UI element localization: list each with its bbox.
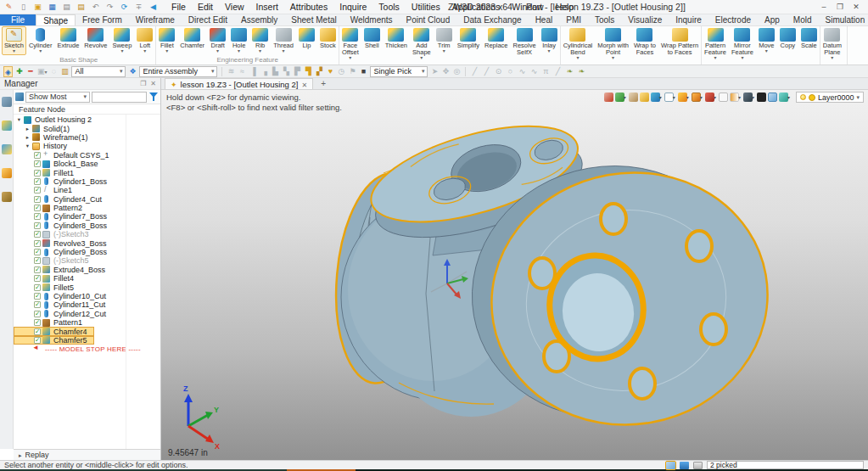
plot-icon[interactable]: ▤ [76, 2, 87, 13]
output-panel-icon[interactable] [693, 462, 703, 469]
tree-item[interactable]: Fillet4 [14, 274, 160, 283]
tree-caret-icon[interactable]: ▾ [16, 116, 22, 123]
ribbon-tab[interactable]: Direct Edit [182, 14, 234, 25]
scope-combo[interactable]: Entire Assembly [139, 66, 217, 77]
tree-item[interactable]: Block1_Base [14, 160, 160, 168]
tree-caret-icon[interactable]: ▸ [25, 134, 31, 141]
pick-move-icon[interactable]: ✥ [441, 66, 450, 77]
tree-expand-toggle-icon[interactable] [15, 93, 24, 101]
tree-checkbox[interactable] [34, 266, 41, 273]
wrap-to-faces-button[interactable]: Wrap to Faces [631, 26, 658, 62]
panel-close-icon[interactable] [150, 80, 156, 87]
move-button[interactable]: Move ▾ [756, 26, 777, 55]
menu-item[interactable]: File [165, 2, 192, 12]
tree-item[interactable]: ----- MODEL STOP HERE ----- [14, 345, 160, 353]
inlay-button[interactable]: Inlay ▾ [539, 26, 560, 55]
ribbon-tab[interactable]: Free Form [76, 14, 129, 25]
history-clock-icon[interactable]: ◷ [337, 66, 345, 77]
spline-tool-icon[interactable]: ∿ [518, 66, 526, 77]
replay-bar[interactable]: Replay [14, 449, 160, 460]
tree-item[interactable]: Cylinder11_Cut [14, 300, 160, 309]
tree-checkbox[interactable] [34, 275, 41, 282]
new-tab-button[interactable] [316, 79, 330, 88]
tree-item[interactable]: Cylinder7_Boss [14, 212, 160, 221]
regen-icon[interactable]: ⟳ [119, 2, 130, 13]
ribbon-tab[interactable]: Point Cloud [400, 14, 457, 25]
tree-item[interactable]: Cylinder9_Boss [14, 248, 160, 256]
tab-close-icon[interactable] [301, 80, 307, 89]
draft-button[interactable]: Draft ▾ [207, 26, 228, 55]
tree-checkbox[interactable] [34, 240, 41, 247]
tree-item[interactable]: ▸ Solid(1) [14, 124, 160, 132]
resolve-selfx-button[interactable]: Resolve SelfX [511, 26, 539, 62]
morph-with-point-button[interactable]: Morph with Point ▾ [595, 26, 631, 62]
window-restore-button[interactable] [835, 3, 845, 11]
layer-selector[interactable]: Layer0000 [796, 92, 864, 103]
shell-button[interactable]: Shell [361, 26, 383, 55]
tree-checkbox[interactable] [34, 170, 41, 177]
tree-item[interactable]: Cylinder1_Boss [14, 177, 160, 186]
menu-item[interactable]: Tools [372, 2, 406, 12]
tree-checkbox[interactable] [34, 311, 41, 317]
show-filter-dropdown[interactable]: Show Most [25, 92, 90, 103]
fillet-button[interactable]: Fillet ▾ [156, 26, 177, 55]
scope-icon[interactable]: ❖ [128, 66, 137, 77]
model-canvas[interactable]: Hold down <F2> for dynamic viewing. <F8>… [161, 90, 868, 460]
leaf-a-icon[interactable]: ❧ [565, 66, 574, 77]
extrude-button[interactable]: Extrude [54, 26, 81, 55]
gold-solid-icon[interactable] [640, 93, 649, 102]
ribbon-tab[interactable]: Assembly [234, 14, 284, 25]
add-shape-button[interactable]: Add Shape ▾ [410, 26, 434, 62]
tree-checkbox[interactable] [34, 213, 41, 220]
tree-checkbox[interactable] [34, 337, 41, 344]
pick-edge-icon[interactable]: ▗ [260, 66, 268, 77]
revolve-button[interactable]: Revolve [81, 26, 109, 55]
role-manager-icon[interactable] [2, 168, 12, 178]
new-file-icon[interactable]: ▯ [18, 2, 29, 13]
tree-item[interactable]: Line1 [14, 186, 160, 194]
leaf-b-icon[interactable]: ❧ [577, 66, 585, 77]
tree-item[interactable]: Fillet5 [14, 283, 160, 291]
tree-item[interactable]: Chamfer4 [14, 327, 94, 335]
tree-item[interactable]: Fillet1 [14, 168, 160, 177]
ribbon-tab[interactable]: Tools [588, 14, 621, 25]
filter-combo[interactable]: All [71, 66, 126, 77]
cylinder-button[interactable]: Cylinder ▾ [26, 26, 55, 55]
tree-checkbox[interactable] [34, 205, 41, 211]
pick-target-icon[interactable]: ◈ [3, 66, 13, 77]
copy-button[interactable]: Copy [777, 26, 798, 55]
ribbon-tab[interactable]: PMI [559, 14, 588, 25]
tree-checkbox[interactable] [34, 319, 41, 326]
tree-checkbox[interactable] [34, 231, 41, 238]
ribbon-tab[interactable]: Data Exchange [456, 14, 528, 25]
polyline-tool-icon[interactable]: ╱ [482, 66, 490, 77]
loop-icon[interactable]: ◌ [49, 66, 58, 77]
menu-item[interactable]: Attributes [284, 2, 333, 12]
tree-search-input[interactable] [92, 92, 147, 103]
pick-face-icon[interactable]: ▐ [249, 66, 257, 77]
filter-b-icon[interactable]: ≈ [238, 66, 246, 77]
tree-checkbox[interactable] [34, 249, 41, 255]
visual-manager-icon[interactable] [2, 121, 12, 131]
tree-item[interactable]: (-)Sketch5 [14, 256, 160, 265]
datum-plane-button[interactable]: Datum Plane ▾ [820, 26, 844, 62]
print-icon[interactable]: ▤ [61, 2, 72, 13]
tree-item[interactable]: Cylinder8_Boss [14, 221, 160, 230]
ribbon-tab[interactable]: Electrode [708, 14, 758, 25]
ribbon-tab[interactable]: Simulation [819, 14, 868, 25]
tree-item[interactable]: Pattern2 [14, 204, 160, 212]
ground-shadow-icon[interactable] [757, 93, 766, 102]
tree-caret-icon[interactable]: ▾ [25, 143, 31, 149]
face-offset-button[interactable]: Face Offset ▾ [339, 26, 361, 62]
tree-checkbox[interactable] [34, 222, 41, 229]
ribbon-tab[interactable]: Weldments [344, 14, 400, 25]
tree-checkbox[interactable] [34, 196, 41, 203]
wrap-pattern-to-faces-button[interactable]: Wrap Pattern to Faces [658, 26, 701, 62]
window-pane-icon[interactable] [768, 93, 777, 102]
tree-checkbox[interactable] [34, 178, 41, 185]
filter-funnel-icon[interactable] [148, 92, 159, 102]
tree-checkbox[interactable] [34, 301, 41, 308]
tree-checkbox[interactable] [34, 160, 41, 167]
annotate-pen-icon[interactable] [629, 93, 638, 102]
tree-checkbox[interactable] [34, 257, 41, 264]
